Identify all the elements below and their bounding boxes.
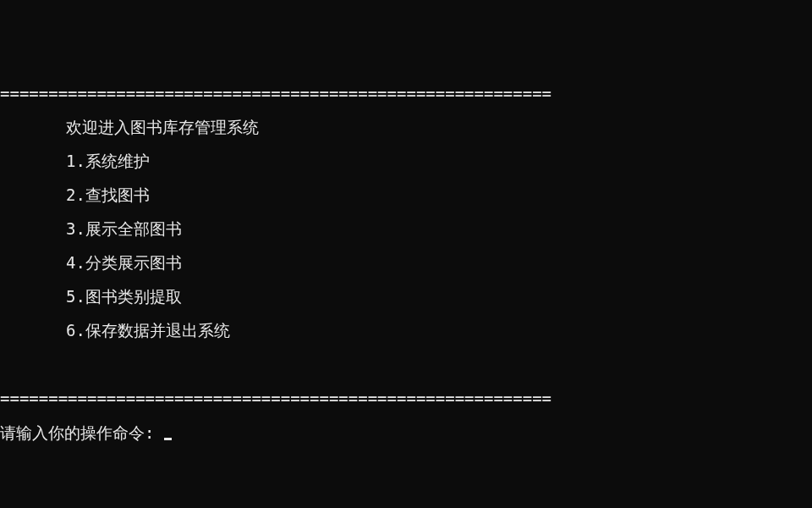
command-input[interactable]: [154, 423, 162, 442]
prompt-line: 请输入你的操作命令:: [0, 423, 812, 442]
menu-item-3: 3.展示全部图书: [0, 220, 812, 237]
menu-item-4: 4.分类展示图书: [0, 254, 812, 271]
cursor-icon: [164, 438, 172, 440]
menu-item-5: 5.图书类别提取: [0, 288, 812, 305]
terminal-window: ========================================…: [0, 68, 812, 459]
divider-bottom: ========================================…: [0, 389, 812, 406]
menu-item-1: 1.系统维护: [0, 152, 812, 169]
menu-item-2: 2.查找图书: [0, 186, 812, 203]
menu-title: 欢迎进入图书库存管理系统: [0, 119, 812, 135]
divider-top: ========================================…: [0, 85, 812, 102]
blank-line: [0, 356, 812, 373]
prompt-label: 请输入你的操作命令:: [0, 424, 154, 441]
menu-item-6: 6.保存数据并退出系统: [0, 322, 812, 339]
